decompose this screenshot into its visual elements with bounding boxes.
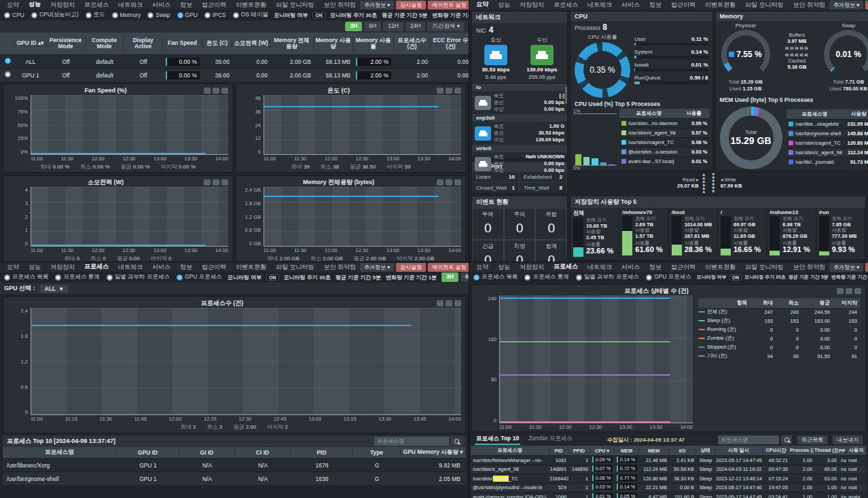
- table-row[interactable]: @usr/sbin...o-session0.03 %: [619, 147, 710, 156]
- legend-row[interactable]: Stopped (건) 00 0.000: [698, 343, 860, 352]
- table-row[interactable]: /usr/lib/...journald91.73 MB: [786, 157, 868, 166]
- chart-export-icon[interactable]: [213, 179, 219, 185]
- menu-tab[interactable]: 서비스: [148, 262, 175, 272]
- menu-tab[interactable]: 성능: [494, 262, 514, 272]
- chart-grid-icon[interactable]: [837, 288, 844, 294]
- table-row[interactable]: /usr/sbin/zagent_TC120.80 MB: [786, 138, 868, 147]
- legend-row[interactable]: Running (건) 00 0.000: [698, 325, 860, 334]
- search-input[interactable]: [374, 437, 449, 446]
- chart-print-icon[interactable]: [454, 179, 461, 185]
- row-radio-icon[interactable]: [5, 71, 11, 77]
- column-header[interactable]: Thread (건): [814, 447, 839, 454]
- menu-tab[interactable]: 요약: [472, 0, 492, 10]
- menu-tab[interactable]: 이벤트현황: [701, 262, 740, 272]
- header-button[interactable]: 추가정보 ▾: [360, 1, 394, 10]
- search-input[interactable]: [718, 435, 779, 444]
- radio-option[interactable]: CPU: [4, 12, 24, 18]
- column-header[interactable]: MEM: [639, 448, 669, 454]
- column-header[interactable]: Persistence Mode: [46, 36, 86, 52]
- header-button[interactable]: 감시설정: [865, 1, 868, 10]
- header-button[interactable]: 에이전트 설정: [428, 1, 469, 10]
- chart-grid-icon[interactable]: [204, 179, 211, 185]
- column-header[interactable]: CI ID: [235, 449, 291, 456]
- chart-grid-icon[interactable]: [437, 88, 444, 94]
- table-row[interactable]: avahi-daemon: running [QA-GPU- 1066 1 0.…: [471, 492, 867, 498]
- legend-row[interactable]: 전체 (건) 247243 244.59244: [698, 308, 860, 317]
- time-range-button[interactable]: 24H: [405, 22, 426, 31]
- column-header[interactable]: Memory 전체용량: [270, 36, 314, 52]
- table-row[interactable]: /usr/sbin...no-daemon0.09 %: [619, 118, 710, 128]
- menu-tab[interactable]: 이벤트현황: [232, 0, 270, 10]
- column-header[interactable]: 상태: [696, 447, 715, 454]
- menu-tab[interactable]: 파일 모니터링: [272, 0, 319, 10]
- table-row[interactable]: /usr/sbin/NetworkManager --no- 1081 1 0.…: [471, 455, 867, 465]
- column-header[interactable]: PID: [549, 448, 568, 454]
- radio-option[interactable]: GPU: [177, 12, 198, 18]
- chart-print-icon[interactable]: [854, 288, 861, 294]
- chart-grid-icon[interactable]: [204, 88, 211, 94]
- menu-tab[interactable]: 파일 모니터링: [741, 0, 788, 10]
- header-button[interactable]: 감시설정: [396, 263, 426, 272]
- menu-tab[interactable]: 서비스: [148, 0, 175, 10]
- menu-tab[interactable]: 서비스: [617, 0, 644, 10]
- menu-tab[interactable]: 이벤트현황: [232, 262, 270, 272]
- table-row[interactable]: /usr/sbin/z_agent_98112.24 MB: [786, 147, 868, 157]
- search-button[interactable]: [451, 437, 462, 446]
- menu-tab[interactable]: 프로세스: [549, 262, 582, 272]
- radio-option[interactable]: Swap: [147, 12, 170, 18]
- chart-print-icon[interactable]: [221, 179, 228, 185]
- column-header[interactable]: I/O: [669, 448, 696, 454]
- time-range-button[interactable]: 기간검색 ▾: [427, 22, 465, 31]
- header-button[interactable]: 감시설정: [396, 1, 426, 10]
- table-row[interactable]: @usr/sbin/plymouthd --mode=b 529 1 0.03 …: [471, 483, 867, 493]
- column-header[interactable]: 프로세스명: [3, 448, 117, 457]
- radio-option[interactable]: Memory: [112, 12, 141, 18]
- chart-export-icon[interactable]: [846, 288, 852, 294]
- tab[interactable]: 프로세스 Top 10: [475, 434, 520, 445]
- column-header[interactable]: GPU ID ▴▾: [15, 39, 46, 48]
- column-header[interactable]: 사용자: [846, 447, 867, 454]
- menu-tab[interactable]: 네트워크: [583, 0, 616, 10]
- time-range-button[interactable]: 6H: [460, 272, 469, 282]
- column-header[interactable]: PPID Name: [839, 448, 846, 454]
- radio-option[interactable]: OS 테이블: [233, 11, 268, 19]
- column-header[interactable]: GPU ID: [117, 449, 179, 456]
- table-row[interactable]: /usr/sbin/z_agent_980.07 %: [619, 128, 710, 137]
- chart-export-icon[interactable]: [213, 88, 219, 94]
- chart-grid-icon[interactable]: [437, 179, 444, 185]
- chart-print-icon[interactable]: [454, 88, 461, 94]
- row-radio-icon[interactable]: [5, 58, 11, 64]
- radio-option[interactable]: 로드: [86, 11, 105, 19]
- column-header[interactable]: GPU Memory 사용량 ▾: [401, 448, 466, 457]
- list-item[interactable]: virbr0 속도NaN UNKNOWN 송신0.00 bps 수신0.00 b…: [472, 145, 567, 175]
- menu-tab[interactable]: 보안 취약점: [789, 0, 830, 10]
- column-header[interactable]: PID: [291, 449, 353, 456]
- time-range-button[interactable]: 6H: [364, 22, 381, 31]
- radio-option[interactable]: GPU 프로세스: [646, 273, 691, 281]
- menu-tab[interactable]: 보안 취약점: [320, 262, 361, 272]
- column-header[interactable]: 소모전력 (W): [232, 39, 270, 48]
- menu-tab[interactable]: 성능: [24, 0, 45, 10]
- menu-tab[interactable]: 파일 모니터링: [272, 262, 319, 272]
- menu-tab[interactable]: 저장장치: [46, 0, 79, 10]
- chart-grid-icon[interactable]: [437, 300, 444, 306]
- radio-option[interactable]: 프로세스 통계: [55, 273, 99, 281]
- menu-tab[interactable]: 요약: [3, 0, 23, 10]
- column-header[interactable]: GI ID: [179, 449, 235, 456]
- menu-tab[interactable]: 접근이력: [667, 262, 700, 272]
- menu-tab[interactable]: 접근이력: [667, 0, 700, 10]
- menu-tab[interactable]: 보안 취약점: [320, 0, 361, 10]
- column-header[interactable]: Memory 사용량: [314, 36, 353, 52]
- time-range-button[interactable]: 12H: [383, 22, 403, 31]
- menu-tab[interactable]: 네트워크: [114, 262, 147, 272]
- table-row[interactable]: /usr/sbin/zagent_TC 2168442 1 0.06 % 0.7…: [471, 474, 867, 483]
- radio-option[interactable]: GPU 프로세스: [177, 273, 222, 281]
- chart-print-icon[interactable]: [454, 300, 461, 306]
- menu-tab[interactable]: 네트워크: [583, 262, 616, 272]
- radio-option[interactable]: 일별 과부하 프로세스: [576, 273, 639, 281]
- menu-tab[interactable]: 보안 취약점: [789, 262, 830, 272]
- monitoring-toggle[interactable]: ON: [266, 274, 279, 281]
- column-header[interactable]: PPID: [568, 448, 590, 454]
- menu-tab[interactable]: 저장장치: [516, 262, 548, 272]
- header-button[interactable]: 에이전트 설정: [428, 263, 469, 272]
